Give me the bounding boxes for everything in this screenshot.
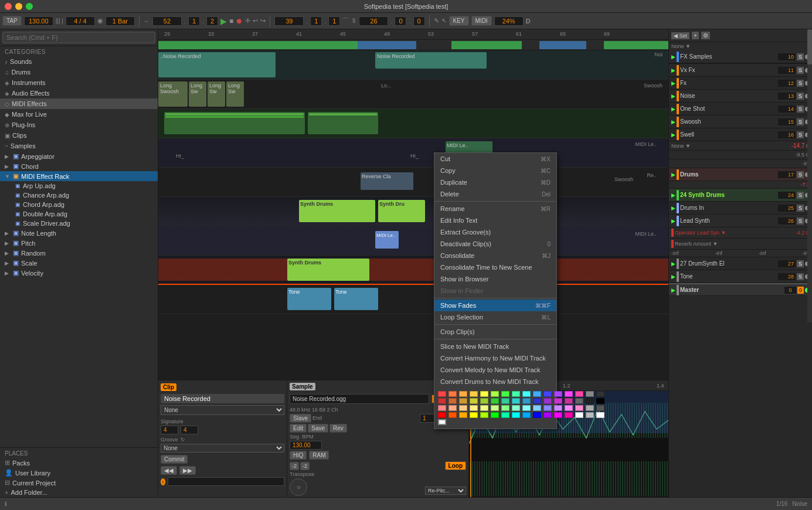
transpose-knob[interactable]: ⊙: [290, 478, 307, 496]
master-play-icon[interactable]: ▶: [671, 287, 675, 293]
color-swatch[interactable]: [565, 391, 573, 397]
place-item-add-folder[interactable]: + Add Folder...: [0, 488, 158, 497]
color-swatch[interactable]: [596, 391, 604, 397]
sidebar-item-max-for-live[interactable]: ◆ Max for Live: [0, 109, 158, 120]
color-swatch[interactable]: [491, 398, 499, 404]
color-swatch[interactable]: [438, 405, 446, 411]
fx-play-icon[interactable]: ▶: [671, 80, 675, 86]
place-item-current-project[interactable]: ⊟ Current Project: [0, 478, 158, 488]
vx-s-button[interactable]: S: [797, 67, 804, 74]
synth24-s-button[interactable]: S: [797, 192, 804, 199]
pos2-display[interactable]: 1: [188, 16, 200, 26]
end-val1[interactable]: [420, 414, 434, 423]
color-swatch[interactable]: [470, 405, 478, 411]
clip-midi-le[interactable]: MIDI Le..: [375, 231, 399, 249]
swoosh-s-button[interactable]: S: [797, 118, 804, 125]
edit-button[interactable]: Edit: [290, 424, 307, 433]
minus2-button[interactable]: -2: [300, 462, 310, 470]
zoom-display[interactable]: 24%: [494, 16, 524, 26]
drumsin-s-button[interactable]: S: [797, 205, 804, 212]
drums-s-button[interactable]: S: [797, 171, 804, 178]
color-swatch[interactable]: [533, 391, 541, 397]
cm-show-fades[interactable]: Show Fades ⌘⌘F: [434, 300, 556, 311]
clip-tone2[interactable]: Tone: [334, 288, 378, 310]
color-swatch[interactable]: [480, 412, 488, 418]
drumsynth-s-button[interactable]: S: [797, 260, 804, 267]
color-swatch[interactable]: [491, 412, 499, 418]
tree-item-chord[interactable]: ▶ ▣ Chord: [0, 161, 158, 171]
color-swatch[interactable]: [533, 412, 541, 418]
cm-rename[interactable]: Rename ⌘R: [434, 203, 556, 215]
record-button[interactable]: ⏺: [236, 17, 243, 25]
slave-button[interactable]: Slave: [290, 414, 311, 423]
pos6-display[interactable]: 1: [328, 16, 340, 26]
tree-item-scale[interactable]: ▶ ▣ Scale: [0, 258, 158, 268]
color-swatch[interactable]: [575, 412, 583, 418]
clip-green1[interactable]: [164, 112, 305, 134]
color-swatch[interactable]: [501, 391, 509, 397]
tone-s-button[interactable]: S: [797, 273, 804, 280]
pos7-display[interactable]: 26: [359, 16, 388, 26]
oneshot-s-button[interactable]: S: [797, 106, 804, 113]
clip-long-sw3[interactable]: Long Sw: [208, 81, 225, 107]
rev-button[interactable]: Rev: [329, 424, 347, 433]
color-swatch[interactable]: [459, 412, 467, 418]
groove-button[interactable]: ↻: [181, 437, 185, 443]
color-swatch[interactable]: [480, 391, 488, 397]
tree-item-arpeggiator[interactable]: ▶ ▣ Arpeggiator: [0, 151, 158, 161]
color-swatch[interactable]: [575, 391, 583, 397]
color-swatch[interactable]: [501, 405, 509, 411]
prev-button[interactable]: ◀◀: [161, 466, 177, 475]
color-swatch[interactable]: [575, 405, 583, 411]
loop-button2[interactable]: Loop: [445, 461, 466, 470]
swell-play-icon[interactable]: ▶: [671, 132, 675, 138]
clip-synth-drums[interactable]: Synth Drums: [299, 200, 375, 222]
cm-cut[interactable]: Cut ⌘X: [434, 153, 556, 165]
color-swatch[interactable]: [512, 405, 520, 411]
color-swatch[interactable]: [586, 412, 594, 418]
color-swatch[interactable]: [470, 412, 478, 418]
color-swatch[interactable]: [596, 405, 604, 411]
clip-long-sw2[interactable]: Long Sw: [189, 81, 206, 107]
swoosh-play-icon[interactable]: ▶: [671, 119, 675, 125]
tree-child-double-arp[interactable]: ▣ Double Arp.adg: [11, 209, 158, 219]
oneshot-play-icon[interactable]: ▶: [671, 106, 675, 112]
clip-noise-recorded2[interactable]: Noise Recorded: [375, 52, 487, 69]
cm-slice-midi[interactable]: Slice to New MIDI Track: [434, 341, 556, 352]
sidebar-item-drums[interactable]: ♫ Drums: [0, 67, 158, 77]
cm-delete[interactable]: Delete Del: [434, 188, 556, 200]
mixer-set-button[interactable]: ◀ Set: [671, 32, 689, 39]
cm-deactivate[interactable]: Deactivate Clip(s) 0: [434, 238, 556, 250]
pos1-display[interactable]: 52: [152, 16, 182, 26]
color-swatch[interactable]: [438, 412, 446, 418]
color-swatch[interactable]: [438, 398, 446, 404]
minimize-button[interactable]: [15, 3, 22, 10]
pencil-icon[interactable]: ✎: [434, 17, 439, 25]
sidebar-item-samples[interactable]: ~ Samples: [0, 141, 158, 151]
add-button[interactable]: ✛: [245, 17, 250, 25]
color-swatch[interactable]: [449, 412, 457, 418]
seg-bpm-input[interactable]: [290, 441, 322, 450]
sidebar-item-clips[interactable]: ▣ Clips: [0, 130, 158, 141]
sig-den-input[interactable]: [181, 426, 198, 434]
swell-s-button[interactable]: S: [797, 131, 804, 138]
color-swatch[interactable]: [501, 398, 509, 404]
sidebar-item-sounds[interactable]: ♪ Sounds: [0, 56, 158, 67]
color-swatch[interactable]: [449, 398, 457, 404]
sidebar-item-audio-effects[interactable]: ◈ Audio Effects: [0, 88, 158, 98]
tracks-scroll[interactable]: ▶E ..Noise Recorded Noise Recorded Noi L…: [158, 40, 668, 380]
tree-item-velocity[interactable]: ▶ ▣ Velocity: [0, 268, 158, 278]
color-swatch[interactable]: [554, 412, 562, 418]
color-swatch[interactable]: [459, 405, 467, 411]
tree-item-random[interactable]: ▶ ▣ Random: [0, 248, 158, 258]
clip-noise-recorded[interactable]: ..Noise Recorded: [158, 52, 276, 77]
color-swatch[interactable]: [480, 405, 488, 411]
color-swatch[interactable]: [575, 398, 583, 404]
midi-button[interactable]: MIDI: [471, 16, 492, 26]
tree-item-midi-effect-rack[interactable]: ▼ ▣ MIDI Effect Rack: [0, 171, 158, 181]
color-swatch[interactable]: [543, 391, 552, 397]
pos9-display[interactable]: 0: [413, 16, 425, 26]
color-swatch-none[interactable]: [438, 419, 446, 425]
key-button[interactable]: KEY: [449, 16, 469, 26]
color-swatch[interactable]: [543, 398, 552, 404]
